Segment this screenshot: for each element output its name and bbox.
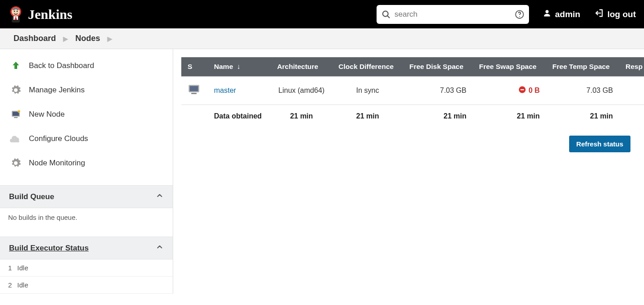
logout-link[interactable]: log out	[594, 8, 636, 20]
user-link[interactable]: admin	[543, 9, 580, 20]
table-summary-row: Data obtained 21 min 21 min 21 min 21 mi…	[181, 105, 644, 128]
svg-point-10	[545, 10, 548, 13]
cell-name: master	[208, 77, 271, 105]
error-icon	[519, 86, 526, 95]
user-icon	[543, 9, 552, 20]
computer-icon	[188, 89, 200, 97]
executor-state: Idle	[17, 281, 28, 289]
col-resp[interactable]: Resp	[619, 57, 644, 77]
cloud-icon	[10, 133, 22, 145]
cell-temp: 7.03 GB	[546, 77, 619, 105]
summary-arch: 21 min	[271, 105, 332, 128]
col-name[interactable]: Name ↓	[208, 57, 271, 77]
chevron-up-icon	[156, 191, 164, 202]
search-box[interactable]	[377, 5, 529, 24]
breadcrumb-item-dashboard[interactable]: Dashboard	[14, 34, 56, 43]
help-icon[interactable]	[515, 9, 524, 19]
cell-disk: 7.03 GB	[403, 77, 473, 105]
executor-row: 2 Idle	[0, 277, 173, 294]
executor-index: 2	[8, 281, 12, 289]
widget-title: Build Executor Status	[9, 244, 89, 253]
cell-resp	[619, 77, 644, 105]
top-header: Jenkins admin	[0, 0, 644, 28]
chevron-right-icon: ▶	[107, 35, 112, 42]
svg-rect-14	[14, 117, 18, 118]
cell-swap: 0 B	[473, 77, 546, 105]
main-panel: S Name ↓ Architecture Clock Difference F…	[173, 49, 644, 294]
col-status[interactable]: S	[181, 57, 208, 77]
node-link-master[interactable]: master	[214, 86, 236, 94]
executor-state: Idle	[17, 264, 28, 272]
col-temp[interactable]: Free Temp Space	[546, 57, 619, 77]
task-node-monitoring[interactable]: Node Monitoring	[0, 151, 173, 175]
col-architecture[interactable]: Architecture	[271, 57, 332, 77]
jenkins-logo-icon	[8, 5, 23, 23]
widget-build-queue: Build Queue No builds in the queue.	[0, 185, 173, 227]
search-input[interactable]	[395, 10, 511, 19]
svg-point-3	[17, 10, 18, 12]
col-disk[interactable]: Free Disk Space	[403, 57, 473, 77]
brand-title: Jenkins	[28, 7, 72, 22]
task-configure-clouds[interactable]: Configure Clouds	[0, 127, 173, 151]
summary-temp: 21 min	[546, 105, 619, 128]
sidepanel: Back to Dashboard Manage Jenkins + New N…	[0, 49, 173, 294]
task-back-to-dashboard[interactable]: Back to Dashboard	[0, 54, 173, 78]
svg-rect-19	[191, 93, 197, 94]
breadcrumb-item-nodes[interactable]: Nodes	[75, 34, 100, 43]
gear-icon	[10, 84, 22, 96]
task-label: Configure Clouds	[29, 134, 88, 143]
widget-executors: Build Executor Status 1 Idle 2 Idle	[0, 237, 173, 294]
svg-text:+: +	[18, 110, 20, 113]
build-queue-empty: No builds in the queue.	[0, 208, 173, 227]
user-name: admin	[555, 9, 580, 19]
svg-point-2	[14, 10, 15, 12]
summary-clock: 21 min	[332, 105, 403, 128]
task-label: Manage Jenkins	[29, 86, 85, 95]
refresh-status-button[interactable]: Refresh status	[569, 136, 630, 152]
executor-index: 1	[8, 264, 12, 272]
computer-icon: +	[10, 109, 22, 120]
summary-label: Data obtained	[208, 105, 271, 128]
logout-label: log out	[607, 9, 636, 19]
widget-title: Build Queue	[9, 192, 54, 201]
task-label: Node Monitoring	[29, 159, 85, 168]
summary-disk: 21 min	[403, 105, 473, 128]
swap-value: 0 B	[529, 86, 540, 95]
col-swap[interactable]: Free Swap Space	[473, 57, 546, 77]
task-label: New Node	[29, 110, 64, 119]
gear-icon	[10, 157, 22, 169]
sort-arrow-icon: ↓	[237, 63, 240, 70]
table-row: master Linux (amd64) In sync 7.03 GB 0 B	[181, 77, 644, 105]
logout-icon	[594, 8, 604, 20]
chevron-up-icon	[156, 243, 164, 253]
chevron-right-icon: ▶	[63, 35, 68, 42]
widget-build-queue-header[interactable]: Build Queue	[0, 186, 173, 208]
task-manage-jenkins[interactable]: Manage Jenkins	[0, 78, 173, 102]
executor-row: 1 Idle	[0, 259, 173, 277]
col-clock[interactable]: Clock Difference	[332, 57, 403, 77]
brand-home-link[interactable]: Jenkins	[8, 5, 72, 23]
breadcrumb: Dashboard ▶ Nodes ▶	[0, 28, 644, 49]
task-label: Back to Dashboard	[29, 61, 94, 70]
cell-clock: In sync	[332, 77, 403, 105]
search-icon	[381, 9, 391, 19]
svg-point-9	[519, 16, 520, 17]
up-arrow-icon	[10, 60, 22, 72]
widget-executors-header[interactable]: Build Executor Status	[0, 237, 173, 259]
summary-swap: 21 min	[473, 105, 546, 128]
cell-status	[181, 77, 208, 105]
col-name-label: Name	[214, 63, 233, 70]
svg-rect-18	[190, 86, 198, 91]
task-new-node[interactable]: + New Node	[0, 102, 173, 127]
cell-architecture: Linux (amd64)	[271, 77, 332, 105]
nodes-table: S Name ↓ Architecture Clock Difference F…	[181, 57, 644, 127]
svg-rect-21	[520, 89, 524, 90]
svg-line-7	[387, 15, 389, 17]
